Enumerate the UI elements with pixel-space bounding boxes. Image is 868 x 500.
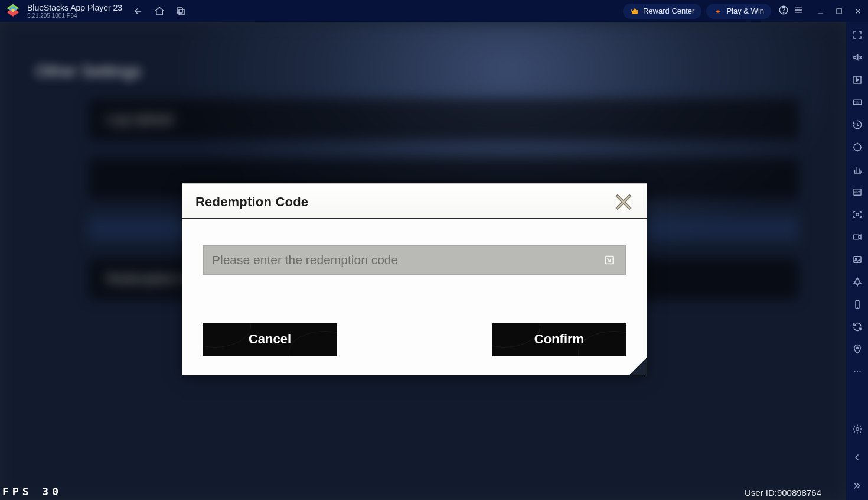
modal-footer: Cancel Confirm: [182, 323, 647, 375]
svg-point-4: [783, 12, 784, 12]
svg-point-19: [859, 371, 860, 372]
record-icon[interactable]: [851, 231, 863, 243]
svg-rect-2: [179, 9, 184, 15]
user-id-value: 900898764: [777, 488, 821, 498]
more-icon[interactable]: [851, 366, 863, 378]
screenshot-icon[interactable]: [851, 209, 863, 220]
fire-icon: [713, 7, 723, 16]
user-id: User ID:900898764: [745, 488, 821, 498]
fps-value: 30: [42, 485, 62, 498]
svg-point-16: [856, 347, 858, 349]
reward-center-button[interactable]: Reward Center: [623, 4, 701, 19]
svg-rect-12: [853, 235, 859, 239]
modal-close-button[interactable]: [614, 192, 634, 212]
location-icon[interactable]: [851, 343, 863, 355]
cancel-button[interactable]: Cancel: [203, 323, 337, 356]
bg-heading: Other Settings: [35, 62, 141, 81]
paste-icon[interactable]: [602, 252, 617, 268]
cancel-label: Cancel: [249, 332, 291, 347]
play-win-label: Play & Win: [726, 7, 764, 15]
settings-icon[interactable]: [851, 423, 863, 435]
svg-point-20: [856, 428, 859, 431]
collapse-back-icon[interactable]: [851, 452, 863, 463]
help-button[interactable]: [778, 5, 789, 18]
play-win-button[interactable]: Play & Win: [706, 4, 771, 19]
window-controls: [815, 6, 863, 17]
svg-rect-5: [837, 8, 841, 13]
svg-rect-13: [854, 257, 861, 263]
crown-icon: [630, 7, 639, 16]
bg-row: Log Upload: [89, 99, 799, 140]
svg-point-8: [854, 144, 861, 151]
back-button[interactable]: [133, 6, 143, 17]
home-button[interactable]: [154, 6, 165, 17]
svg-point-18: [856, 371, 857, 372]
maximize-button[interactable]: [834, 6, 844, 17]
fps-counter: FPS 30: [2, 485, 62, 498]
image-icon[interactable]: [851, 254, 863, 265]
target-icon[interactable]: [851, 141, 863, 153]
collapse-toolbar-icon[interactable]: [851, 480, 863, 492]
titlebar: BlueStacks App Player 23 5.21.205.1001 P…: [0, 0, 868, 22]
titlebar-nav: [133, 6, 186, 17]
history-icon[interactable]: [851, 119, 863, 131]
app-name: BlueStacks App Player 23: [27, 4, 122, 12]
svg-point-0: [11, 8, 14, 11]
titlebar-right: Reward Center Play & Win: [623, 4, 863, 19]
svg-rect-1: [177, 8, 182, 13]
bluestacks-logo-icon: [5, 3, 21, 20]
chart-icon[interactable]: [851, 164, 863, 176]
redemption-code-input[interactable]: [212, 253, 602, 267]
close-window-button[interactable]: [853, 6, 863, 17]
svg-text:APK: APK: [854, 190, 860, 194]
code-input-wrap: [203, 245, 626, 275]
confirm-label: Confirm: [534, 332, 584, 347]
app-version: 5.21.205.1001 P64: [27, 13, 122, 19]
redemption-modal: Redemption Code: [182, 183, 647, 375]
title-block: BlueStacks App Player 23 5.21.205.1001 P…: [27, 4, 122, 19]
airplane-icon[interactable]: [851, 276, 863, 288]
keyboard-icon[interactable]: [851, 96, 863, 108]
reward-center-label: Reward Center: [643, 7, 694, 15]
side-toolbar: APK: [846, 22, 868, 500]
import-icon[interactable]: [851, 74, 863, 86]
recents-button[interactable]: [175, 6, 186, 17]
menu-button[interactable]: [794, 5, 804, 18]
fps-label: FPS: [2, 485, 32, 498]
fullscreen-icon[interactable]: [851, 29, 863, 41]
volume-icon[interactable]: [851, 51, 863, 63]
minimize-button[interactable]: [815, 6, 825, 17]
device-icon[interactable]: [851, 298, 863, 310]
game-viewport: Other Settings Log Upload Redemption Cod…: [0, 22, 846, 500]
modal-title: Redemption Code: [195, 194, 308, 210]
rotate-icon[interactable]: [851, 321, 863, 333]
modal-header: Redemption Code: [182, 184, 647, 219]
confirm-button[interactable]: Confirm: [492, 323, 626, 356]
svg-point-11: [856, 213, 859, 216]
user-id-label: User ID:: [745, 488, 777, 498]
modal-body: [182, 219, 647, 323]
svg-point-17: [854, 371, 855, 372]
apk-icon[interactable]: APK: [851, 186, 863, 198]
